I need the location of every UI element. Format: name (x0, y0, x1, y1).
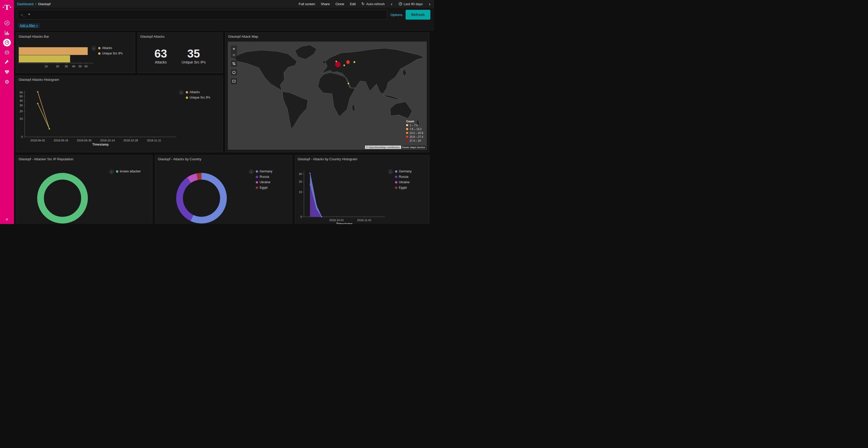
legend-toggle-icon[interactable]: › (109, 170, 114, 174)
line-series-attacks[interactable] (37, 91, 50, 130)
attack-map[interactable]: + − Count 1 – 7.67.6 – (228, 41, 427, 150)
gear-icon: ⚙ (5, 79, 9, 84)
legend-item[interactable]: Unique Src IPs (186, 96, 210, 99)
legend-toggle-icon[interactable]: › (179, 90, 183, 95)
map-legend-rows: 1 – 7.67.6 – 14.214.2 – 20.820.8 – 27.42… (406, 124, 423, 142)
filter-row: Add a filter + (18, 23, 430, 28)
panel-attacks-histogram: Glastopf Attacks Histogram 0102030405060… (16, 76, 223, 152)
map-legend-row: 20.8 – 27.4 (406, 135, 423, 138)
legend-item[interactable]: Germany (256, 170, 272, 173)
time-back-button[interactable]: ‹ (390, 2, 393, 6)
wrench-icon (4, 59, 10, 65)
legend-label: Unique Src IPs (102, 51, 123, 55)
sidebar-nav: ⚙ (0, 18, 14, 87)
add-filter-link[interactable]: Add a filter + (18, 23, 40, 28)
map-draw-rectangle-button[interactable] (231, 78, 237, 84)
time-forward-button[interactable]: › (428, 2, 431, 6)
attack-point[interactable] (348, 82, 349, 84)
panel-attacks-bar: Glastopf Attacks Bar 102030405060 ›Attac… (16, 33, 135, 73)
legend-item[interactable]: Attacks (186, 90, 210, 94)
refresh-button[interactable]: Refresh (406, 10, 430, 20)
sidebar-item-dev-tools[interactable] (0, 57, 14, 67)
map-legend-dot (406, 132, 408, 134)
full-screen-button[interactable]: Full screen (299, 2, 315, 6)
map-legend-row: 14.2 – 20.8 (406, 131, 423, 134)
pie-slice-germany[interactable] (192, 176, 223, 220)
panel-title: Glastopf Attacks Histogram (19, 78, 59, 81)
sidebar-item-dashboard-active[interactable] (0, 38, 14, 47)
svg-text:40: 40 (72, 65, 75, 68)
bar-attacks[interactable] (19, 47, 88, 55)
attack-point[interactable] (335, 61, 341, 67)
bar-chart-icon (4, 30, 10, 36)
attack-point[interactable] (346, 60, 350, 64)
sidebar-item-timelion[interactable] (0, 47, 14, 57)
legend-label: Germany (259, 170, 272, 173)
legend-item[interactable]: Russia (395, 175, 411, 179)
legend-label: Ukraine (259, 180, 270, 184)
y-axis: 0102030405060 (20, 91, 25, 138)
pie-slice-egypt[interactable] (197, 176, 202, 177)
legend-item[interactable]: Unique Src IPs (98, 51, 123, 55)
sidebar-item-monitoring[interactable] (0, 67, 14, 77)
legend-item[interactable]: Ukraine (395, 180, 411, 184)
attack-point[interactable] (353, 61, 355, 63)
map-legend-dot (406, 124, 408, 126)
legend-item[interactable]: Attacks (98, 46, 123, 50)
map-legend-dot (406, 128, 408, 130)
line-series-unique-src-ips[interactable] (37, 103, 50, 130)
svg-text:2018-11-11: 2018-11-11 (147, 139, 161, 142)
search-input[interactable]: >_ * (18, 10, 387, 20)
legend-item[interactable]: Germany (395, 170, 411, 173)
svg-text:30: 30 (20, 104, 23, 107)
panel-title: Glastopf - Attacker Src IP Reputation (19, 157, 73, 161)
legend-list: AttacksUnique Src IPs (186, 90, 210, 101)
clone-button[interactable]: Clone (335, 2, 344, 6)
pie-slice-known-attacker[interactable] (40, 176, 85, 220)
bar-series (19, 47, 88, 63)
panel-title: Glastopf Attacks Bar (19, 35, 49, 38)
legend-item[interactable]: Ukraine (256, 180, 272, 184)
y-axis: 0102030 (299, 172, 304, 218)
sidebar-item-management[interactable]: ⚙ (0, 77, 14, 87)
legend-dot (186, 97, 188, 99)
attack-point[interactable] (343, 65, 345, 66)
legend-toggle-icon[interactable]: › (249, 170, 253, 174)
panel-title: Glastopf - Attacks by Country (158, 157, 201, 161)
map-legend-title: Count (406, 120, 423, 123)
map-zoom-out-button[interactable]: − (231, 52, 237, 58)
openstreetmap-attribution-link[interactable]: © OpenStreetMap contributors, (365, 145, 401, 149)
legend-toggle-icon[interactable]: › (388, 170, 393, 174)
sidebar-item-discover[interactable] (0, 18, 14, 28)
svg-text:30: 30 (65, 65, 68, 68)
time-range-picker[interactable]: Last 90 days (399, 2, 423, 6)
edit-button[interactable]: Edit (350, 2, 355, 6)
panel-attacks-by-country: Glastopf - Attacks by Country ›GermanyRu… (155, 155, 292, 224)
legend-item[interactable]: Egypt (395, 186, 411, 189)
elastic-maps-service-attribution-link[interactable]: Elastic Maps Service (401, 145, 426, 149)
legend-toggle-icon[interactable]: › (91, 46, 96, 50)
breadcrumb-dashboard-link[interactable]: Dashboard (17, 2, 34, 6)
svg-text:2018-09-30: 2018-09-30 (77, 139, 91, 142)
query-options-link[interactable]: Options (390, 13, 402, 17)
logo-dot-left (3, 7, 4, 8)
logo-letter: T (4, 3, 9, 11)
legend-label: Unique Src IPs (190, 96, 210, 99)
attack-point[interactable] (336, 61, 337, 63)
chart-legend: ›AttacksUnique Src IPs (179, 90, 210, 101)
auto-refresh-button[interactable]: ↻ Auto-refresh (362, 2, 385, 6)
sidebar-item-visualize[interactable] (0, 28, 14, 38)
map-zoom-in-button[interactable]: + (231, 46, 237, 51)
collapse-icon: « (6, 216, 8, 222)
sidebar-collapse-button[interactable]: « (6, 216, 8, 222)
legend-item[interactable]: Russia (256, 175, 272, 179)
pie-slice-ukraine[interactable] (189, 177, 197, 180)
map-fit-data-button[interactable] (231, 61, 237, 67)
pie-slice-russia[interactable] (180, 180, 192, 218)
legend-item[interactable]: known attacker (116, 170, 141, 173)
bar-unique-src-ips[interactable] (19, 55, 70, 63)
map-draw-polygon-button[interactable] (231, 69, 237, 75)
legend-item[interactable]: Egypt (256, 186, 272, 189)
share-button[interactable]: Share (321, 2, 330, 6)
svg-text:40: 40 (20, 99, 23, 102)
